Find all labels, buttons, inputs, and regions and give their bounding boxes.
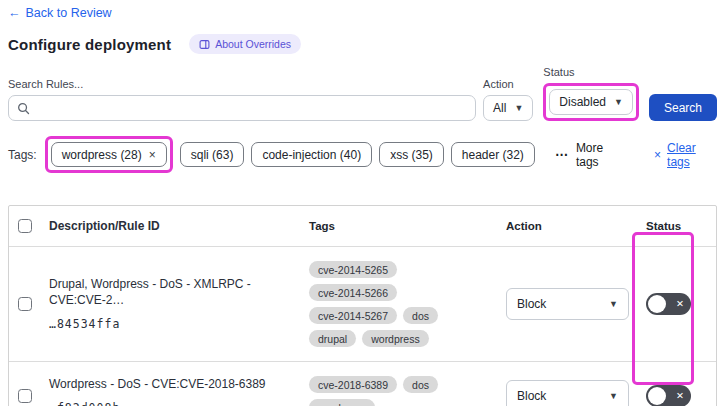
rules-table: Description/Rule ID Tags Action Status D…	[8, 205, 717, 406]
table-body: Drupal, Wordpress - DoS - XMLRPC - CVE:C…	[9, 247, 716, 406]
configure-deployment-page: ← Back to Review Configure deployment Ab…	[0, 0, 725, 406]
action-dropdown-value: All	[493, 101, 506, 115]
table-row: Wordpress - DoS - CVE:CVE-2018-6389 …f82…	[9, 362, 716, 406]
chevron-down-icon: ▼	[609, 300, 618, 309]
status-filter-group: Status Disabled ▼	[543, 66, 639, 121]
rule-tag: wordpress	[362, 330, 428, 347]
search-box	[8, 95, 476, 121]
action-select-value: Block	[517, 389, 546, 403]
column-header-tags: Tags	[301, 212, 498, 240]
rule-tag: wordpress	[309, 399, 375, 406]
rule-id: …f82d008b	[49, 401, 293, 406]
column-header-action: Action	[498, 212, 638, 240]
status-dropdown-value: Disabled	[559, 95, 606, 109]
search-button[interactable]: Search	[649, 94, 717, 121]
rule-tag: dos	[403, 307, 438, 324]
row-checkbox[interactable]	[18, 297, 32, 311]
status-dropdown-highlight: Disabled ▼	[543, 83, 639, 121]
rule-tag: dos	[403, 376, 438, 393]
tags-label: Tags:	[8, 148, 37, 162]
ellipsis-icon: ⋯	[555, 147, 569, 162]
tag-filter-wordpress[interactable]: wordpress (28) ×	[51, 142, 167, 167]
action-select[interactable]: Block ▼	[506, 380, 629, 406]
tag-filter[interactable]: code-injection (40)	[251, 142, 372, 167]
chevron-down-icon: ▼	[514, 104, 523, 113]
action-select-value: Block	[517, 297, 546, 311]
toggle-off-x-icon: ✕	[676, 391, 684, 401]
back-link-label: Back to Review	[26, 6, 112, 20]
table-header-row: Description/Rule ID Tags Action Status	[9, 206, 716, 247]
clear-tags-label: Clear tags	[667, 141, 717, 169]
rule-tag: cve-2014-5267	[309, 307, 397, 324]
tag-filter[interactable]: sqli (63)	[180, 142, 245, 167]
about-overrides-label: About Overrides	[215, 38, 291, 50]
column-header-description: Description/Rule ID	[41, 211, 301, 241]
table-row: Drupal, Wordpress - DoS - XMLRPC - CVE:C…	[9, 247, 716, 362]
chevron-down-icon: ▼	[609, 392, 618, 401]
search-rules-label: Search Rules...	[8, 78, 476, 90]
filter-bar: Search Rules... Action All ▼ Status Disa…	[8, 66, 717, 121]
title-row: Configure deployment About Overrides	[8, 34, 725, 54]
column-header-status: Status	[638, 212, 716, 240]
tag-filter[interactable]: header (32)	[451, 142, 535, 167]
more-tags-label: More tags	[576, 141, 624, 169]
clear-x-icon: ×	[654, 148, 661, 162]
toggle-knob	[648, 295, 666, 313]
rule-description: Drupal, Wordpress - DoS - XMLRPC - CVE:C…	[49, 277, 293, 308]
action-filter-group: Action All ▼	[483, 78, 533, 121]
row-checkbox[interactable]	[18, 389, 32, 403]
search-input[interactable]	[9, 96, 475, 120]
select-all-checkbox[interactable]	[18, 219, 32, 233]
status-dropdown[interactable]: Disabled ▼	[549, 89, 633, 115]
remove-tag-icon[interactable]: ×	[149, 148, 156, 162]
selected-tag-highlight: wordpress (28) ×	[45, 136, 173, 173]
rule-tag: drupal	[309, 330, 356, 347]
action-select[interactable]: Block ▼	[506, 288, 629, 320]
status-label: Status	[543, 66, 639, 78]
tag-filter-label: wordpress (28)	[62, 148, 142, 162]
status-toggle[interactable]: ✕	[646, 385, 691, 406]
rule-tags: cve-2014-5265cve-2014-5266cve-2014-5267d…	[301, 247, 498, 361]
rule-description: Wordpress - DoS - CVE:CVE-2018-6389	[49, 377, 293, 393]
more-tags-button[interactable]: ⋯ More tags	[555, 141, 624, 169]
rule-tag: cve-2014-5266	[309, 284, 397, 301]
rule-tag: cve-2018-6389	[309, 376, 397, 393]
document-icon	[199, 39, 210, 50]
tags-bar: Tags: wordpress (28) × sqli (63)code-inj…	[8, 136, 717, 173]
back-arrow-icon: ←	[8, 6, 21, 20]
about-overrides-badge[interactable]: About Overrides	[189, 34, 301, 54]
tag-filter[interactable]: xss (35)	[379, 142, 444, 167]
action-dropdown[interactable]: All ▼	[483, 95, 533, 121]
page-title: Configure deployment	[8, 36, 171, 53]
rule-tag: cve-2014-5265	[309, 261, 397, 278]
rule-tags: cve-2018-6389doswordpress	[301, 362, 498, 406]
toggle-knob	[648, 387, 666, 405]
status-toggle[interactable]: ✕	[646, 293, 691, 315]
rule-id: …84534ffa	[49, 317, 293, 331]
search-group: Search Rules...	[8, 78, 476, 121]
back-to-review-link[interactable]: ← Back to Review	[8, 6, 112, 20]
search-icon	[17, 102, 30, 115]
chevron-down-icon: ▼	[614, 98, 623, 107]
toggle-off-x-icon: ✕	[676, 299, 684, 309]
clear-tags-button[interactable]: × Clear tags	[654, 141, 717, 169]
action-label: Action	[483, 78, 533, 90]
